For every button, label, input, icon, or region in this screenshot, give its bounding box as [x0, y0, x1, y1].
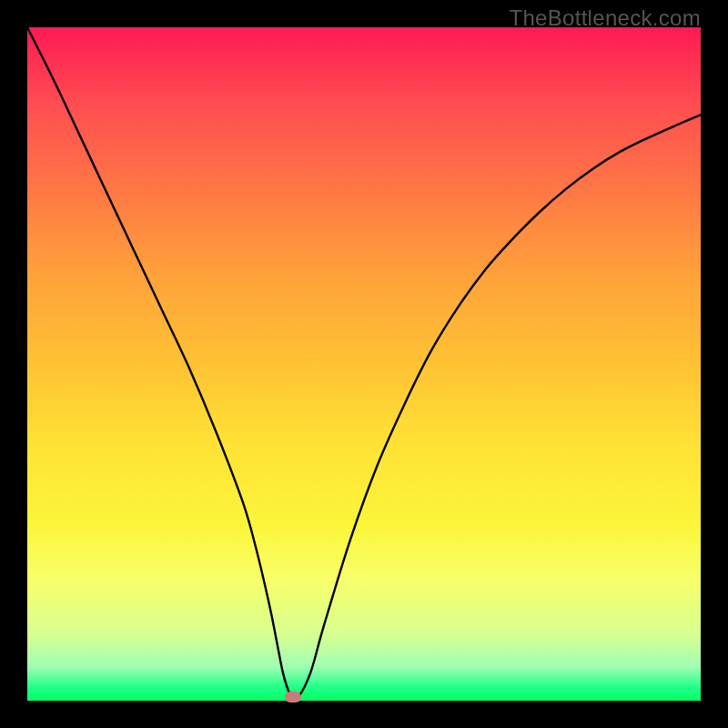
plot-area — [27, 27, 701, 701]
curve-path — [27, 27, 701, 700]
bottleneck-curve — [27, 27, 701, 701]
chart-frame: TheBottleneck.com — [0, 0, 728, 728]
optimal-point-marker — [285, 692, 301, 703]
